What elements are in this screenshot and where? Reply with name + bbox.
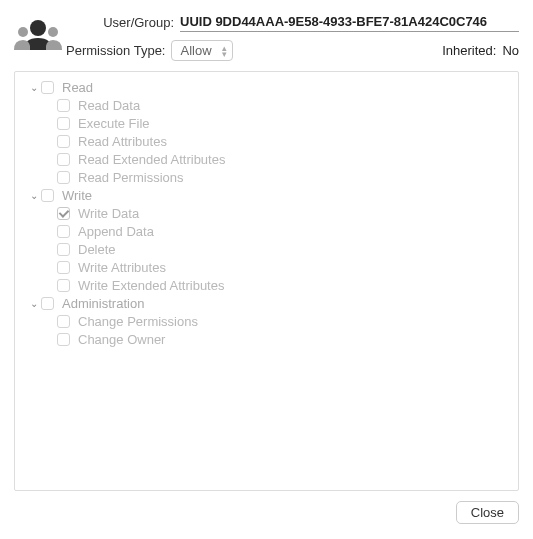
chevron-down-icon[interactable]: ⌄ [27,190,41,201]
tree-item[interactable]: Write Extended Attributes [19,276,514,294]
checkbox[interactable] [57,171,70,184]
checkbox[interactable] [57,333,70,346]
permission-type-value: Allow [180,43,211,58]
checkbox[interactable] [57,135,70,148]
checkbox[interactable] [57,99,70,112]
tree-item[interactable]: Read Attributes [19,132,514,150]
checkbox[interactable] [41,189,54,202]
tree-group-label: Administration [62,296,144,311]
tree-item-label: Write Extended Attributes [78,278,224,293]
tree-item[interactable]: Delete [19,240,514,258]
user-group-label: User/Group: [66,15,174,30]
tree-item-label: Read Extended Attributes [78,152,225,167]
group-icon [14,16,62,56]
tree-group[interactable]: ⌄Administration [19,294,514,312]
permission-type-select[interactable]: Allow ▴▾ [171,40,232,61]
tree-item[interactable]: Read Data [19,96,514,114]
tree-item[interactable]: Execute File [19,114,514,132]
tree-item-label: Write Attributes [78,260,166,275]
inherited-value: No [502,43,519,58]
chevron-updown-icon: ▴▾ [222,45,227,57]
user-group-value: UUID 9DD44AAA-9E58-4933-BFE7-81A424C0C74… [180,12,519,32]
tree-item-label: Append Data [78,224,154,239]
inherited-label: Inherited: [442,43,496,58]
chevron-down-icon[interactable]: ⌄ [27,298,41,309]
svg-point-1 [18,27,28,37]
checkbox[interactable] [57,207,70,220]
tree-item-label: Read Attributes [78,134,167,149]
svg-point-2 [48,27,58,37]
checkbox[interactable] [57,153,70,166]
tree-item[interactable]: Write Data [19,204,514,222]
checkbox[interactable] [57,279,70,292]
tree-group-label: Read [62,80,93,95]
tree-item[interactable]: Read Permissions [19,168,514,186]
tree-item-label: Delete [78,242,116,257]
close-button[interactable]: Close [456,501,519,524]
tree-item[interactable]: Append Data [19,222,514,240]
checkbox[interactable] [41,81,54,94]
tree-item-label: Read Permissions [78,170,184,185]
checkbox[interactable] [41,297,54,310]
tree-item-label: Change Permissions [78,314,198,329]
svg-point-0 [30,20,46,36]
tree-group[interactable]: ⌄Write [19,186,514,204]
tree-item-label: Execute File [78,116,150,131]
tree-item-label: Change Owner [78,332,165,347]
tree-item-label: Write Data [78,206,139,221]
tree-item[interactable]: Write Attributes [19,258,514,276]
chevron-down-icon[interactable]: ⌄ [27,82,41,93]
checkbox[interactable] [57,261,70,274]
permission-type-label: Permission Type: [66,43,165,58]
checkbox[interactable] [57,117,70,130]
checkbox[interactable] [57,243,70,256]
checkbox[interactable] [57,315,70,328]
checkbox[interactable] [57,225,70,238]
tree-item[interactable]: Read Extended Attributes [19,150,514,168]
tree-group-label: Write [62,188,92,203]
tree-item[interactable]: Change Owner [19,330,514,348]
tree-item-label: Read Data [78,98,140,113]
tree-group[interactable]: ⌄Read [19,78,514,96]
permissions-tree: ⌄ReadRead DataExecute FileRead Attribute… [14,71,519,491]
tree-item[interactable]: Change Permissions [19,312,514,330]
